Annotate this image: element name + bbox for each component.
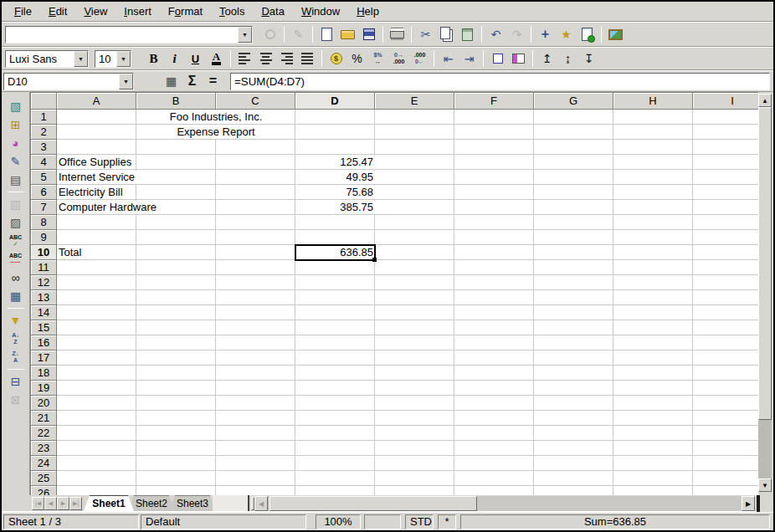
row-header-12[interactable]: 12: [31, 275, 57, 290]
data-sources-icon[interactable]: ▦: [6, 287, 25, 305]
menu-file[interactable]: File: [7, 3, 39, 19]
horizontal-scroll-thumb[interactable]: [269, 496, 477, 511]
document-globe-icon[interactable]: [577, 25, 597, 43]
currency-format-button[interactable]: $: [326, 49, 346, 68]
autopilot-icon[interactable]: ★: [557, 25, 576, 43]
menu-edit[interactable]: Edit: [41, 3, 74, 19]
vertical-scroll-thumb[interactable]: [758, 107, 772, 420]
cell-d5[interactable]: 49.95: [295, 170, 375, 185]
column-header-h[interactable]: H: [613, 93, 693, 110]
equals-icon[interactable]: =: [203, 72, 223, 90]
sort-descending-icon[interactable]: Z↓A: [6, 348, 25, 366]
find-replace-icon[interactable]: ∞: [6, 269, 25, 287]
print-icon[interactable]: [388, 25, 407, 43]
row-header-3[interactable]: 3: [31, 140, 57, 155]
cell-a1[interactable]: Foo Industries, Inc.: [57, 110, 375, 125]
row-header-8[interactable]: 8: [31, 215, 57, 230]
font-size-input[interactable]: [95, 51, 116, 67]
row-header-2[interactable]: 2: [31, 125, 57, 140]
cell-reference-dropdown-button[interactable]: ▼: [119, 74, 133, 90]
font-color-button[interactable]: A: [207, 49, 226, 68]
row-header-10[interactable]: 10: [31, 245, 57, 260]
background-color-button[interactable]: [509, 49, 528, 68]
scroll-down-button[interactable]: ▼: [758, 478, 772, 492]
row-header-15[interactable]: 15: [31, 320, 57, 335]
autoformat-icon[interactable]: ▨: [6, 213, 25, 232]
row-header-7[interactable]: 7: [31, 200, 57, 215]
align-left-button[interactable]: [235, 49, 254, 68]
column-header-c[interactable]: C: [216, 93, 295, 110]
sum-icon[interactable]: Σ: [182, 72, 202, 90]
menu-window[interactable]: Window: [294, 3, 347, 19]
row-header-6[interactable]: 6: [31, 185, 57, 200]
font-size-dropdown-button[interactable]: ▼: [116, 51, 131, 67]
sort-ascending-icon[interactable]: A↓Z: [6, 330, 25, 348]
row-header-23[interactable]: 23: [31, 441, 57, 456]
row-header-20[interactable]: 20: [31, 396, 57, 411]
group-icon[interactable]: ⊟: [6, 372, 25, 391]
column-header-f[interactable]: F: [454, 93, 534, 110]
url-dropdown-button[interactable]: ▼: [238, 27, 252, 43]
align-center-button[interactable]: [256, 49, 275, 68]
insert-object-icon[interactable]: ◕: [6, 134, 25, 152]
sheet-tab-sheet2[interactable]: Sheet2: [128, 495, 175, 511]
underline-button[interactable]: U: [186, 49, 205, 68]
cell-d6[interactable]: 75.68: [295, 185, 375, 200]
autospellcheck-icon[interactable]: ABC~~~: [6, 250, 25, 269]
menu-format[interactable]: Format: [161, 3, 210, 19]
menu-tools[interactable]: Tools: [212, 3, 252, 19]
align-top-button[interactable]: ↥: [537, 49, 557, 68]
align-justify-button[interactable]: [298, 49, 317, 68]
undo-icon[interactable]: ↶: [486, 25, 506, 43]
cell-a7[interactable]: Computer Hardware: [57, 200, 295, 215]
insert-icon[interactable]: ▧: [6, 97, 25, 115]
font-name-dropdown-button[interactable]: ▼: [74, 51, 88, 67]
formula-input[interactable]: [230, 73, 770, 90]
row-header-21[interactable]: 21: [31, 411, 57, 426]
cell-a5[interactable]: Internet Service: [57, 170, 295, 185]
row-header-17[interactable]: 17: [31, 350, 57, 366]
column-header-a[interactable]: A: [57, 93, 136, 110]
scroll-up-button[interactable]: ▲: [758, 94, 772, 107]
menu-help[interactable]: Help: [349, 3, 387, 19]
align-bottom-button[interactable]: ↧: [579, 49, 598, 68]
borders-button[interactable]: [488, 49, 507, 68]
gallery-icon[interactable]: [606, 25, 625, 43]
cell-a2[interactable]: Expense Report: [57, 125, 375, 140]
column-header-d[interactable]: D: [295, 93, 375, 110]
copy-icon[interactable]: [437, 25, 456, 43]
row-header-26[interactable]: 26: [31, 486, 57, 495]
cut-icon[interactable]: ✂: [416, 25, 435, 43]
row-header-18[interactable]: 18: [31, 366, 57, 381]
column-header-b[interactable]: B: [136, 93, 216, 110]
insert-cells-icon[interactable]: ⊞: [6, 115, 25, 134]
open-document-icon[interactable]: [338, 25, 357, 43]
row-header-1[interactable]: 1: [31, 110, 57, 125]
cell-d4[interactable]: 125.47: [295, 155, 375, 170]
increase-indent-button[interactable]: ⇥: [459, 49, 479, 68]
sheet-tab-sheet3[interactable]: Sheet3: [169, 495, 216, 511]
cell-d10[interactable]: 636.85: [295, 245, 375, 260]
paste-icon[interactable]: [458, 25, 477, 43]
column-header-g[interactable]: G: [534, 93, 613, 110]
bold-button[interactable]: B: [144, 49, 163, 68]
new-document-icon[interactable]: [317, 25, 336, 43]
menu-data[interactable]: Data: [254, 3, 291, 19]
url-input[interactable]: [6, 27, 238, 43]
cell-reference-input[interactable]: [4, 74, 119, 90]
row-header-22[interactable]: 22: [31, 426, 57, 441]
row-header-25[interactable]: 25: [31, 471, 57, 486]
select-all-corner[interactable]: [31, 93, 57, 110]
decrease-indent-button[interactable]: ⇤: [439, 49, 458, 68]
italic-button[interactable]: i: [165, 49, 184, 68]
navigator-icon[interactable]: +: [536, 25, 555, 43]
row-header-24[interactable]: 24: [31, 456, 57, 471]
cell-a10[interactable]: Total: [57, 245, 295, 260]
cell-d7[interactable]: 385.75: [295, 200, 375, 215]
column-header-e[interactable]: E: [375, 93, 454, 110]
cell-a6[interactable]: Electricity Bill: [57, 185, 295, 200]
add-decimal-button[interactable]: 0→.000: [389, 49, 408, 68]
row-header-14[interactable]: 14: [31, 305, 57, 320]
cell-a4[interactable]: Office Supplies: [57, 155, 295, 170]
cell-area[interactable]: Foo Industries, Inc.Expense ReportOffice…: [57, 110, 758, 495]
